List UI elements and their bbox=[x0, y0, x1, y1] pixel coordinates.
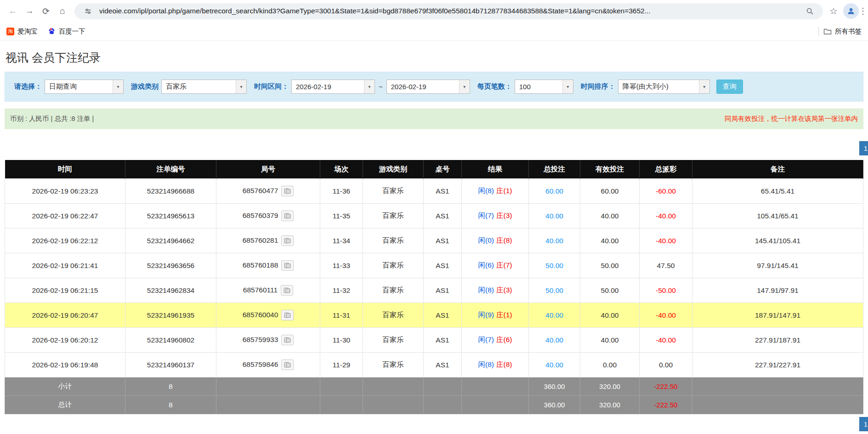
result-banker: 庄(3) bbox=[496, 286, 512, 294]
bet-time: 2026-02-19 06:21:15 bbox=[5, 278, 125, 303]
game-type-label: 游戏类别 bbox=[131, 82, 159, 91]
grand-total-valid-bet: 320.00 bbox=[580, 396, 640, 414]
result-player: 闲(7) bbox=[478, 336, 494, 343]
round-id: 685760111 bbox=[243, 286, 278, 294]
result-banker: 庄(1) bbox=[496, 311, 512, 319]
result-banker: 庄(8) bbox=[496, 236, 512, 244]
filter-bar: 请选择： 日期查询 ▾ 游戏类别 百家乐 ▾ 时间区间： 2026-02-19 … bbox=[5, 72, 863, 102]
game-type: 百家乐 bbox=[363, 353, 424, 377]
profile-avatar[interactable] bbox=[843, 3, 859, 19]
subtotal-label: 小计 bbox=[5, 377, 125, 396]
view-cards-icon[interactable] bbox=[281, 360, 294, 370]
zoom-icon[interactable] bbox=[803, 4, 817, 18]
total-payout: -60.00 bbox=[640, 179, 692, 204]
page-button[interactable]: 1 bbox=[859, 417, 868, 431]
chevron-down-icon[interactable]: ▾ bbox=[459, 80, 470, 93]
column-header: 有效投注 bbox=[580, 160, 640, 179]
total-bet[interactable]: 40.00 bbox=[529, 303, 580, 328]
round-cell: 685759846 bbox=[216, 353, 320, 377]
chevron-down-icon[interactable]: ▾ bbox=[699, 80, 709, 93]
bookmark-aitaobao[interactable]: 淘 爱淘宝 bbox=[6, 27, 38, 36]
chevron-down-icon[interactable]: ▾ bbox=[113, 80, 123, 93]
forward-icon[interactable]: → bbox=[21, 3, 38, 19]
view-cards-icon[interactable] bbox=[281, 260, 294, 271]
chevron-down-icon[interactable]: ▾ bbox=[236, 80, 246, 93]
game-type: 百家乐 bbox=[363, 253, 424, 278]
view-cards-icon[interactable] bbox=[281, 310, 294, 320]
subtotal-count: 8 bbox=[125, 377, 216, 396]
folder-icon bbox=[823, 28, 832, 35]
result-player: 闲(9) bbox=[478, 311, 494, 319]
view-cards-icon[interactable] bbox=[281, 186, 294, 196]
column-header: 备注 bbox=[692, 160, 863, 179]
table-number: AS1 bbox=[424, 278, 462, 303]
game-type: 百家乐 bbox=[363, 303, 424, 328]
bet-time: 2026-02-19 06:20:12 bbox=[5, 328, 125, 353]
game-type-select[interactable]: 百家乐 ▾ bbox=[161, 80, 247, 94]
select-label: 请选择： bbox=[14, 82, 42, 91]
page-size-select[interactable]: 100 ▾ bbox=[515, 80, 573, 94]
column-header: 时间 bbox=[5, 160, 125, 179]
view-cards-icon[interactable] bbox=[281, 235, 294, 246]
taobao-icon: 淘 bbox=[6, 28, 14, 35]
page-size-label: 每页笔数： bbox=[477, 82, 512, 91]
bet-id: 523214961935 bbox=[125, 303, 216, 328]
total-bet[interactable]: 40.00 bbox=[529, 353, 580, 377]
home-icon[interactable]: ⌂ bbox=[54, 3, 71, 19]
bookmarks-separator bbox=[818, 27, 819, 36]
bet-id: 523214962834 bbox=[125, 278, 216, 303]
bet-id: 523214960802 bbox=[125, 328, 216, 353]
address-bar[interactable]: videoie.com/ipl/portal.php/game/betrecor… bbox=[74, 3, 823, 19]
valid-bet: 60.00 bbox=[580, 179, 640, 204]
total-bet[interactable]: 40.00 bbox=[529, 328, 580, 353]
view-cards-icon[interactable] bbox=[281, 285, 293, 296]
bookmark-baidu[interactable]: 百度一下 bbox=[48, 27, 85, 36]
remark: 97.91/145.41 bbox=[692, 253, 863, 278]
table-number: AS1 bbox=[424, 303, 462, 328]
site-settings-icon[interactable] bbox=[81, 4, 95, 18]
query-type-select[interactable]: 日期查询 ▾ bbox=[45, 80, 124, 94]
result-player: 闲(8) bbox=[478, 360, 494, 368]
result-banker: 庄(6) bbox=[496, 336, 512, 343]
bet-time: 2026-02-19 06:20:47 bbox=[5, 303, 125, 328]
chevron-down-icon[interactable]: ▾ bbox=[364, 80, 374, 93]
column-header: 结果 bbox=[462, 160, 529, 179]
result-player: 闲(8) bbox=[478, 286, 494, 294]
url-text[interactable]: videoie.com/ipl/portal.php/game/betrecor… bbox=[99, 7, 798, 15]
table-row: 2026-02-19 06:23:23 523214966688 6857604… bbox=[5, 179, 863, 204]
session: 11-30 bbox=[320, 328, 363, 353]
round-cell: 685760281 bbox=[216, 228, 320, 253]
total-bet[interactable]: 50.00 bbox=[529, 278, 580, 303]
bet-id: 523214965613 bbox=[125, 204, 216, 228]
sort-select[interactable]: 降幂(由大到小) ▾ bbox=[618, 80, 710, 94]
bookmark-star-icon[interactable]: ☆ bbox=[827, 4, 840, 18]
date-to-input[interactable]: 2026-02-19 ▾ bbox=[386, 80, 470, 94]
view-cards-icon[interactable] bbox=[281, 211, 294, 221]
reload-icon[interactable]: ⟳ bbox=[38, 3, 54, 19]
game-type: 百家乐 bbox=[363, 328, 424, 353]
game-type: 百家乐 bbox=[363, 204, 424, 228]
valid-bet: 40.00 bbox=[580, 228, 640, 253]
view-cards-icon[interactable] bbox=[281, 335, 294, 345]
total-bet[interactable]: 40.00 bbox=[529, 204, 580, 228]
session: 11-36 bbox=[320, 179, 363, 204]
all-bookmarks[interactable]: 所有书签 bbox=[823, 27, 862, 36]
total-bet[interactable]: 60.00 bbox=[529, 179, 580, 204]
session: 11-33 bbox=[320, 253, 363, 278]
bet-id: 523214966688 bbox=[125, 179, 216, 204]
back-icon[interactable]: ← bbox=[5, 3, 21, 19]
total-bet[interactable]: 50.00 bbox=[529, 253, 580, 278]
valid-bet: 40.00 bbox=[580, 328, 640, 353]
date-from-input[interactable]: 2026-02-19 ▾ bbox=[291, 80, 375, 94]
page-button[interactable]: 1 bbox=[859, 141, 868, 155]
browser-menu-icon[interactable]: ⋮ bbox=[859, 6, 863, 16]
total-bet[interactable]: 40.00 bbox=[529, 228, 580, 253]
chevron-down-icon[interactable]: ▾ bbox=[562, 80, 573, 93]
round-id: 685760281 bbox=[243, 236, 278, 244]
bet-time: 2026-02-19 06:19:48 bbox=[5, 353, 125, 377]
bet-time: 2026-02-19 06:21:41 bbox=[5, 253, 125, 278]
bet-records-table: 时间注单编号局号场次游戏类别桌号结果总投注有效投注总派彩备注 2026-02-1… bbox=[5, 160, 863, 414]
search-button[interactable]: 查询 bbox=[716, 80, 743, 94]
round-id: 685759846 bbox=[243, 360, 278, 368]
session: 11-34 bbox=[320, 228, 363, 253]
